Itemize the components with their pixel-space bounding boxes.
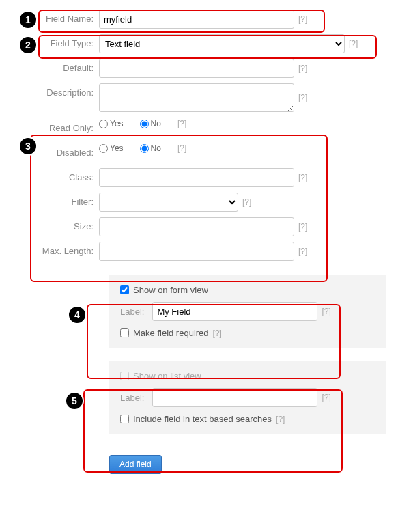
- formview-label-input[interactable]: [152, 302, 317, 321]
- max-length-label: Max. Length:: [0, 242, 99, 256]
- callout-badge-1: 1: [18, 10, 38, 29]
- listview-label-label: Label:: [120, 393, 144, 403]
- default-input[interactable]: [99, 59, 294, 78]
- make-required-label: Make field required: [133, 328, 209, 338]
- field-type-select[interactable]: Text field: [99, 34, 345, 53]
- formview-label-label: Label:: [120, 307, 144, 317]
- list-view-panel: Show on list view Label: [?] Include fie…: [109, 361, 386, 434]
- help-icon[interactable]: [?]: [177, 143, 186, 153]
- help-icon[interactable]: [?]: [322, 307, 330, 316]
- callout-badge-3: 3: [18, 137, 38, 156]
- description-label: Description:: [0, 83, 99, 98]
- field-type-label: Field Type:: [0, 34, 99, 48]
- form-view-panel: Show on form view Label: [?] Make field …: [109, 275, 386, 348]
- help-icon[interactable]: [?]: [276, 415, 285, 424]
- filter-label: Filter:: [0, 193, 99, 207]
- show-on-list-view-checkbox[interactable]: [120, 372, 129, 380]
- default-label: Default:: [0, 59, 99, 73]
- show-on-list-view-label: Show on list view: [133, 371, 201, 381]
- listview-label-input[interactable]: [152, 388, 317, 407]
- filter-select[interactable]: [99, 193, 238, 212]
- disabled-yes[interactable]: Yes: [99, 143, 124, 153]
- help-icon[interactable]: [?]: [298, 222, 307, 232]
- callout-badge-5: 5: [65, 391, 84, 410]
- help-icon[interactable]: [?]: [298, 247, 307, 256]
- size-label: Size:: [0, 217, 99, 232]
- callout-badge-2: 2: [18, 36, 38, 55]
- read-only-no[interactable]: No: [140, 119, 161, 128]
- disabled-label: Disabled:: [0, 143, 99, 158]
- include-in-search-checkbox[interactable]: [120, 415, 129, 423]
- help-icon[interactable]: [?]: [242, 197, 251, 207]
- max-length-input[interactable]: [99, 242, 294, 261]
- help-icon[interactable]: [?]: [213, 328, 222, 338]
- show-on-form-view-checkbox[interactable]: [120, 285, 129, 294]
- help-icon[interactable]: [?]: [322, 393, 330, 402]
- help-icon[interactable]: [?]: [298, 173, 307, 182]
- class-input[interactable]: [99, 168, 294, 187]
- include-in-search-label: Include field in text based searches: [133, 414, 272, 424]
- make-required-checkbox[interactable]: [120, 328, 129, 337]
- help-icon[interactable]: [?]: [349, 39, 358, 48]
- disabled-no[interactable]: No: [140, 143, 161, 153]
- show-on-form-view-label: Show on form view: [133, 285, 208, 295]
- callout-badge-4: 4: [68, 305, 87, 324]
- help-icon[interactable]: [?]: [298, 93, 307, 102]
- help-icon[interactable]: [?]: [177, 119, 186, 128]
- add-field-button[interactable]: Add field: [109, 455, 162, 474]
- help-icon[interactable]: [?]: [298, 14, 307, 24]
- read-only-yes[interactable]: Yes: [99, 119, 124, 128]
- description-textarea[interactable]: [99, 83, 294, 112]
- class-label: Class:: [0, 168, 99, 182]
- read-only-label: Read Only:: [0, 119, 99, 133]
- help-icon[interactable]: [?]: [298, 64, 307, 73]
- field-name-label: Field Name:: [0, 10, 99, 24]
- size-input[interactable]: [99, 217, 294, 236]
- field-name-input[interactable]: [99, 10, 294, 29]
